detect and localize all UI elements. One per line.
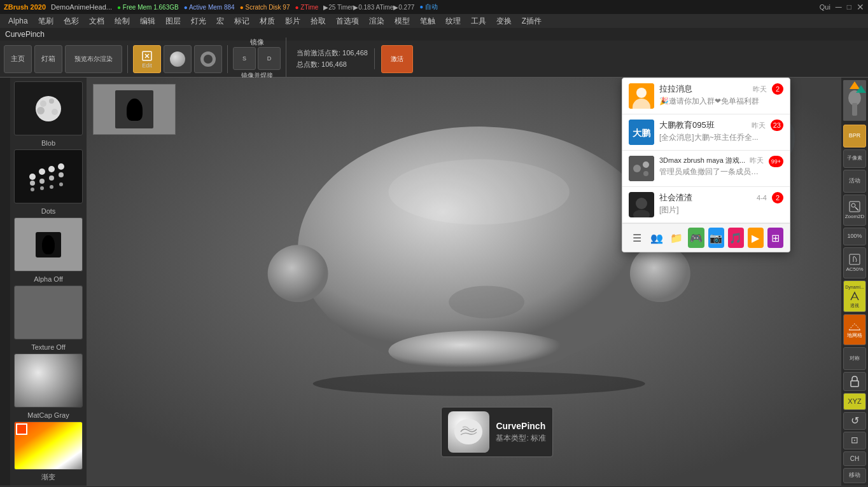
texture-thumb[interactable] (14, 285, 83, 340)
zoom-pct-button[interactable]: 100% (843, 228, 866, 245)
wechat-item-2[interactable]: 大鹏 大鹏教育095班 昨天 [全众消息]大鹏~班主任乔全... 23 (622, 114, 790, 151)
preview-thumbnail[interactable] (93, 84, 176, 135)
ztime: ● ZTime (295, 4, 319, 11)
menu-item-文档[interactable]: 文档 (85, 15, 109, 28)
menu-item-编辑[interactable]: 编辑 (136, 15, 160, 28)
menu-item-图层[interactable]: 图层 (161, 15, 185, 28)
wechat-item-1[interactable]: 拉拉消息 昨天 🎉邀请你加入群❤免单福利群 2 (622, 78, 790, 114)
menu-item-纹理[interactable]: 纹理 (441, 15, 465, 28)
timer-info: ▶25 Timer▶0.183 ATime▶0.277 (323, 4, 414, 11)
ac50-button[interactable]: AC50% (843, 247, 866, 278)
menu-item-色彩[interactable]: 色彩 (59, 15, 83, 28)
dots-label: Dots (41, 207, 56, 215)
menu-item-拾取[interactable]: 拾取 (306, 15, 330, 28)
matcap-label: MatCap Gray (27, 411, 69, 419)
wechat-content-3: 3Dmax zbrush maya 游戏... 昨天 管理员咸鱼撤回了一条成员消… (659, 156, 764, 177)
move-button[interactable]: 移动 (843, 468, 866, 483)
wechat-photo-icon[interactable]: 📷 (708, 228, 724, 248)
subpixel-button[interactable]: 子像素 (843, 149, 866, 168)
activate-section: 激活 (381, 45, 413, 73)
frame-button[interactable]: ⊡ (843, 432, 866, 449)
quit-btn[interactable]: Qui (820, 3, 830, 11)
maximize-icon[interactable]: □ (847, 3, 851, 11)
wechat-content-2: 大鹏教育095班 昨天 [全众消息]大鹏~班主任乔全... (659, 120, 766, 143)
brush-tooltip-info: CurvePinch 基本类型: 标准 (496, 421, 546, 444)
svg-point-23 (268, 245, 328, 302)
menu-item-笔触[interactable]: 笔触 (416, 15, 440, 28)
menu-item-材质[interactable]: 材质 (255, 15, 279, 28)
floor-button[interactable]: 地网格 (843, 314, 866, 345)
edit-button[interactable]: Edit (133, 45, 161, 73)
wechat-music-icon[interactable]: 🎵 (728, 228, 744, 248)
wechat-badge-1: 2 (772, 83, 783, 95)
project-name: DemoAnimeHead... (51, 3, 112, 11)
sphere-button[interactable] (164, 45, 192, 73)
home-button[interactable]: 主页 (4, 45, 32, 73)
wechat-msg-3: 管理员咸鱼撤回了一条成员消息 (659, 167, 764, 177)
menu-item-笔刷[interactable]: 笔刷 (34, 15, 58, 28)
svg-rect-32 (629, 156, 654, 181)
brush-tooltip: CurvePinch 基本类型: 标准 (441, 407, 553, 457)
dynamic-button[interactable]: Dynami... 透视 (843, 280, 866, 312)
lock-button[interactable] (843, 372, 866, 391)
wechat-name-2: 大鹏教育095班 (659, 120, 715, 131)
free-mem: ● Free Mem 1.663GB (117, 4, 179, 11)
blob-brush-thumb[interactable] (14, 81, 83, 135)
wechat-game-icon[interactable]: 🎮 (688, 228, 704, 248)
svg-point-35 (643, 171, 648, 176)
ch-button[interactable]: CH (843, 451, 866, 467)
bpr-button[interactable]: BPR (843, 125, 866, 147)
menu-item-模型[interactable]: 模型 (390, 15, 414, 28)
nav-section: 主页 灯箱 预览布尔渲染 (4, 45, 128, 73)
activate-button[interactable]: 激活 (381, 45, 413, 73)
wechat-header-1: 拉拉消息 昨天 (659, 83, 767, 95)
svg-point-7 (39, 168, 45, 175)
menu-item-灯光[interactable]: 灯光 (186, 15, 211, 28)
menu-item-Z插件[interactable]: Z插件 (517, 15, 546, 28)
matcap-thumb[interactable] (14, 353, 83, 408)
menu-item-Alpha[interactable]: Alpha (4, 15, 32, 27)
color-picker[interactable] (14, 422, 83, 470)
menu-item-渲染[interactable]: 渲染 (365, 15, 389, 28)
canvas-area[interactable]: 1110 CurvePinch 基本类型: 标准 (87, 78, 841, 486)
ring-button[interactable] (194, 45, 222, 73)
dots-brush-thumb[interactable] (14, 149, 83, 203)
wechat-folder-icon[interactable]: 📁 (668, 228, 684, 248)
wechat-video-icon[interactable]: ▶ (748, 228, 764, 248)
interact-button[interactable]: 活动 (843, 170, 866, 193)
xyz-button[interactable]: XYZ (843, 393, 866, 411)
menu-item-绘制[interactable]: 绘制 (110, 15, 134, 28)
brush-title-text: CurvePinch (5, 30, 45, 39)
lightbox-button[interactable]: 灯箱 (34, 45, 62, 73)
menu-item-变换[interactable]: 变换 (492, 15, 516, 28)
menu-item-宏[interactable]: 宏 (212, 15, 228, 28)
menu-item-标记[interactable]: 标记 (230, 15, 254, 28)
preview-button[interactable]: 预览布尔渲染 (65, 45, 122, 73)
wechat-header-4: 社会渣渣 4-4 (659, 192, 767, 203)
wechat-item-3[interactable]: 3Dmax zbrush maya 游戏... 昨天 管理员咸鱼撤回了一条成员消… (622, 151, 790, 187)
mirror-d-button[interactable]: D (258, 47, 281, 70)
menu-item-工具[interactable]: 工具 (466, 15, 491, 28)
rotate-button[interactable]: ↺ (843, 412, 866, 430)
zoom2d-label: Zoom2D (845, 214, 865, 220)
mirror-s-button[interactable]: S (233, 47, 256, 70)
svg-point-33 (633, 165, 641, 172)
wechat-add-contact-icon[interactable]: 👥 (648, 228, 664, 248)
wechat-msg-1: 🎉邀请你加入群❤免单福利群 (659, 96, 767, 107)
menu-item-影片[interactable]: 影片 (281, 15, 305, 28)
zoom2d-button[interactable]: Zoom2D (843, 195, 866, 226)
wechat-menu-icon[interactable]: ☰ (629, 228, 645, 248)
blob-label: Blob (41, 139, 55, 147)
alpha-thumb[interactable] (14, 217, 83, 271)
svg-point-16 (50, 185, 53, 189)
symmetry-button[interactable]: 对称 (843, 347, 866, 370)
scratch-disk: ● Scratch Disk 97 (240, 4, 290, 11)
close-icon[interactable]: ✕ (857, 2, 864, 12)
menu-item-首选项[interactable]: 首选项 (332, 15, 363, 28)
wechat-item-4[interactable]: 社会渣渣 4-4 [图片] 2 (622, 187, 790, 223)
alpha-label: Alpha Off (34, 275, 63, 283)
svg-point-5 (52, 109, 58, 115)
wechat-grid-icon[interactable]: ⊞ (767, 228, 783, 248)
minimize-icon[interactable]: ─ (836, 2, 842, 12)
edit-section: Edit (133, 45, 228, 73)
